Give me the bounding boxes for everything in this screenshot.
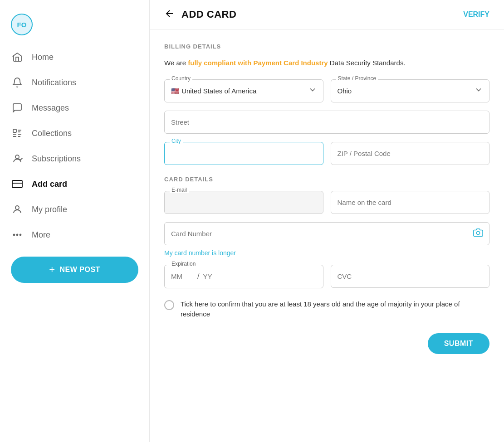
sidebar-item-subscriptions-label: Subscriptions — [32, 154, 81, 164]
country-select-wrapper: 🇺🇸 United States of America — [164, 79, 323, 102]
card-icon — [11, 178, 24, 190]
new-post-label: NEW POST — [60, 266, 100, 274]
sidebar-item-my-profile-label: My profile — [32, 205, 67, 214]
street-input[interactable] — [164, 111, 489, 134]
home-icon — [11, 51, 24, 63]
longer-card-link[interactable]: My card number is longer — [164, 249, 236, 257]
age-checkbox[interactable] — [164, 300, 174, 310]
expiry-field: Expiration / — [164, 265, 323, 288]
svg-rect-2 — [12, 180, 22, 188]
header-left: ADD CARD — [164, 8, 236, 21]
main-content: ADD CARD VERIFY BILLING DETAILS We are f… — [150, 0, 504, 442]
sidebar-item-collections[interactable]: Collections — [0, 121, 149, 146]
subscriptions-icon — [11, 152, 24, 165]
sidebar-item-notifications[interactable]: Notifications — [0, 70, 149, 95]
compliance-text: We are fully compliant with Payment Card… — [164, 58, 489, 68]
city-zip-row: City — [164, 142, 489, 165]
svg-point-7 — [20, 234, 21, 236]
expiry-cvc-row: Expiration / — [164, 265, 489, 288]
email-name-row: E-mail — [164, 191, 489, 214]
billing-section-title: BILLING DETAILS — [164, 43, 489, 50]
svg-point-5 — [14, 234, 15, 236]
page-header: ADD CARD VERIFY — [150, 0, 504, 29]
state-field: State / Province Ohio — [331, 79, 490, 102]
sidebar: FO Home Notifications Messages Collectio… — [0, 0, 150, 442]
city-input[interactable] — [164, 142, 323, 165]
sidebar-item-messages-label: Messages — [32, 103, 69, 113]
collections-icon — [11, 127, 24, 140]
email-input[interactable] — [164, 191, 323, 214]
name-on-card-input[interactable] — [331, 191, 490, 214]
compliance-prefix: We are — [164, 59, 188, 67]
state-select[interactable]: Ohio — [331, 79, 490, 102]
mm-input[interactable] — [171, 272, 194, 280]
zip-input[interactable] — [331, 142, 490, 165]
card-number-input[interactable] — [164, 222, 489, 245]
svg-point-6 — [17, 234, 18, 236]
country-field: Country 🇺🇸 United States of America — [164, 79, 323, 102]
submit-row: SUBMIT — [164, 333, 489, 354]
cvc-field — [331, 265, 490, 288]
city-label: City — [170, 138, 183, 144]
svg-rect-0 — [13, 129, 16, 132]
sidebar-item-home-label: Home — [32, 53, 54, 62]
state-select-wrapper: Ohio — [331, 79, 490, 102]
country-state-row: Country 🇺🇸 United States of America Stat… — [164, 79, 489, 102]
expiry-separator: / — [197, 272, 199, 281]
more-icon — [11, 228, 24, 241]
new-post-button[interactable]: + NEW POST — [11, 257, 138, 283]
profile-icon — [11, 203, 24, 216]
sidebar-item-home[interactable]: Home — [0, 44, 149, 70]
svg-point-1 — [15, 155, 19, 159]
card-number-field — [164, 222, 489, 245]
svg-point-4 — [15, 206, 19, 209]
plus-icon: + — [49, 264, 55, 276]
submit-button[interactable]: SUBMIT — [428, 333, 489, 354]
compliance-highlight: fully compliant with Payment Card Indust… — [188, 59, 328, 67]
sidebar-item-more[interactable]: More — [0, 222, 149, 248]
state-label: State / Province — [336, 75, 378, 82]
verify-button[interactable]: VERIFY — [463, 10, 489, 19]
sidebar-item-messages[interactable]: Messages — [0, 95, 149, 121]
message-icon — [11, 102, 24, 114]
camera-icon[interactable] — [473, 228, 483, 239]
sidebar-item-more-label: More — [32, 230, 50, 240]
expiry-label: Expiration — [170, 261, 197, 267]
country-label: Country — [170, 75, 192, 82]
card-section-title: CARD DETAILS — [164, 176, 489, 183]
sidebar-item-subscriptions[interactable]: Subscriptions — [0, 146, 149, 171]
age-confirm-text: Tick here to confirm that you are at lea… — [181, 299, 489, 320]
bell-icon — [11, 76, 24, 89]
name-on-card-field — [331, 191, 490, 214]
yy-input[interactable] — [203, 272, 225, 280]
city-field: City — [164, 142, 323, 165]
compliance-suffix: Data Security Standards. — [328, 59, 406, 67]
sidebar-item-add-card-label: Add card — [32, 180, 67, 189]
street-field — [164, 111, 489, 134]
form-body: BILLING DETAILS We are fully compliant w… — [150, 29, 504, 368]
email-field-wrapper: E-mail — [164, 191, 323, 214]
email-label: E-mail — [170, 187, 189, 193]
svg-point-9 — [476, 231, 480, 234]
sidebar-item-my-profile[interactable]: My profile — [0, 197, 149, 222]
page-title: ADD CARD — [181, 9, 236, 20]
cvc-input[interactable] — [331, 265, 490, 288]
sidebar-item-notifications-label: Notifications — [32, 78, 76, 87]
zip-field — [331, 142, 490, 165]
avatar: FO — [11, 14, 33, 35]
age-confirm-row: Tick here to confirm that you are at lea… — [164, 299, 489, 320]
back-button[interactable] — [164, 8, 175, 21]
country-select[interactable]: 🇺🇸 United States of America — [164, 79, 323, 102]
sidebar-item-add-card[interactable]: Add card — [0, 171, 149, 197]
sidebar-item-collections-label: Collections — [32, 129, 72, 138]
